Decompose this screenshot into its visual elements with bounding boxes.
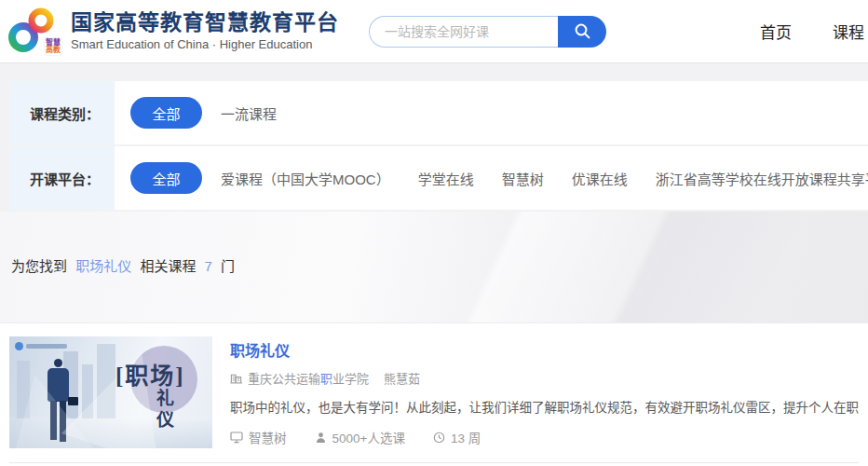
platform-meta: 智慧树 <box>230 428 287 446</box>
results-count: 7 <box>205 258 212 274</box>
search-button[interactable] <box>558 16 606 48</box>
filter-option-xuetang-online[interactable]: 学堂在线 <box>418 169 474 188</box>
filter-option-zhihuishu[interactable]: 智慧树 <box>502 169 544 188</box>
filter-row-platform: 开课平台： 全部 爱课程（中国大学MOOC） 学堂在线 智慧树 优课在线 浙江省… <box>9 146 868 210</box>
school-name-prefix: 重庆公共运输 <box>248 369 320 387</box>
school-name-suffix: 业学院 <box>332 369 369 387</box>
cover-logo-dot <box>15 342 23 350</box>
instructor-name: 熊慧茹 <box>384 369 420 387</box>
cover-watermark-logo <box>15 342 67 350</box>
nav-home[interactable]: 首页 <box>760 20 792 43</box>
filter-option-icourse-mooc[interactable]: 爱课程（中国大学MOOC） <box>221 169 390 188</box>
main-nav: 首页 课程 <box>760 20 868 43</box>
brand-block: 国家高等教育智慧教育平台 Smart Education of China · … <box>71 11 339 51</box>
filter-row-category: 课程类别： 全部 一流课程 <box>9 81 868 144</box>
results-summary: 为您找到 职场礼仪 相关课程 7 门 <box>0 212 868 275</box>
page: 智慧 高教 国家高等教育智慧教育平台 Smart Education of Ch… <box>0 0 868 466</box>
cover-title-text: [职场] <box>115 357 185 391</box>
results-suffix: 门 <box>221 258 235 274</box>
figure-head <box>54 359 62 367</box>
duration-meta: 13 周 <box>433 428 481 446</box>
site-logo[interactable]: 智慧 高教 <box>7 7 61 56</box>
person-icon <box>315 432 327 444</box>
logo-badge-text-2: 高教 <box>46 47 61 54</box>
filter-option-zhejiang-open-course[interactable]: 浙江省高等学校在线开放课程共享平台 <box>656 169 868 188</box>
site-title: 国家高等教育智慧教育平台 <box>71 11 339 34</box>
results-middle: 相关课程 <box>140 258 196 274</box>
card-divider <box>9 462 859 463</box>
filter-label-platform: 开课平台： <box>9 146 115 210</box>
school-building-icon <box>230 372 242 384</box>
enrollment-meta: 5000+人选课 <box>315 428 405 446</box>
platform-name: 智慧树 <box>249 428 287 446</box>
filter-options-platform: 全部 爱课程（中国大学MOOC） 学堂在线 智慧树 优课在线 浙江省高等学校在线… <box>115 146 868 210</box>
search-bar <box>369 16 606 48</box>
school-name-highlight: 职 <box>320 369 332 387</box>
site-subtitle: Smart Education of China · Higher Educat… <box>71 37 339 51</box>
results-keyword: 职场礼仪 <box>75 258 131 274</box>
monitor-icon <box>230 431 243 444</box>
filter-option-first-class-course[interactable]: 一流课程 <box>221 103 277 123</box>
filter-options-category: 全部 一流课程 <box>115 81 868 144</box>
logo-badge: 智慧 高教 <box>45 38 61 55</box>
header: 智慧 高教 国家高等教育智慧教育平台 Smart Education of Ch… <box>0 0 868 63</box>
category-all-button[interactable]: 全部 <box>130 97 202 129</box>
filter-option-youke-online[interactable]: 优课在线 <box>572 169 628 188</box>
figure-briefcase <box>68 397 78 405</box>
course-cover[interactable]: [职场] 礼仪 <box>9 336 212 448</box>
filter-panel: 课程类别： 全部 一流课程 开课平台： 全部 爱课程（中国大学MOOC） 学堂在… <box>9 81 868 210</box>
course-list: [职场] 礼仪 职场礼仪 重庆公共运输职业学院 熊慧 <box>0 322 868 466</box>
course-card: [职场] 礼仪 职场礼仪 重庆公共运输职业学院 熊慧 <box>9 336 859 448</box>
platform-all-button[interactable]: 全部 <box>130 162 202 194</box>
cover-logo-bar <box>26 344 67 349</box>
course-school-line: 重庆公共运输职业学院 熊慧茹 <box>230 369 859 387</box>
nav-courses[interactable]: 课程 <box>833 20 864 43</box>
results-banner: 为您找到 职场礼仪 相关课程 7 门 <box>0 212 868 322</box>
search-icon <box>574 22 591 40</box>
course-description: 职场中的礼仪，也是大有学问！从此刻起，让我们详细了解职场礼仪规范，有效避开职场礼… <box>230 397 859 416</box>
course-info: 职场礼仪 重庆公共运输职业学院 熊慧茹 职场中的礼仪，也是大有学问！从此刻起，让… <box>230 336 859 448</box>
search-input[interactable] <box>369 16 558 48</box>
course-title-link[interactable]: 职场礼仪 <box>230 338 859 361</box>
cover-subtitle-text: 礼仪 <box>151 389 176 432</box>
duration-text: 13 周 <box>451 428 481 446</box>
filter-label-category: 课程类别： <box>9 81 115 144</box>
course-meta: 智慧树 5000+人选课 13 周 <box>230 428 859 446</box>
enrollment-count: 5000+人选课 <box>332 428 405 446</box>
clock-icon <box>433 432 445 444</box>
results-prefix: 为您找到 <box>11 258 67 274</box>
